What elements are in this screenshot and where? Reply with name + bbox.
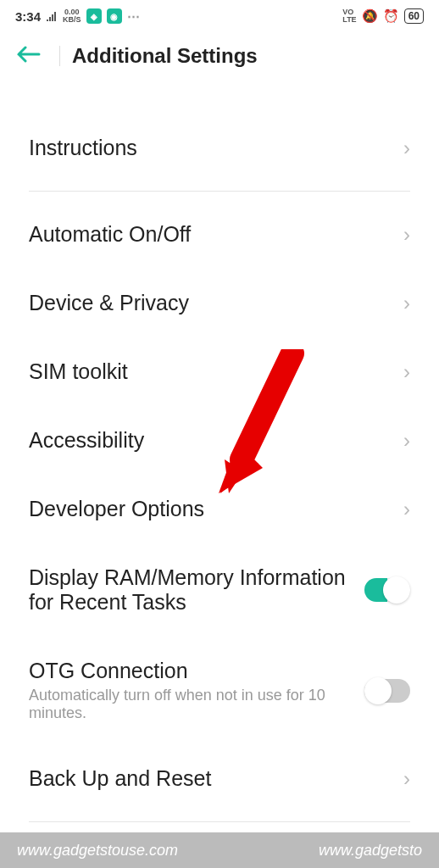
page-title: Additional Settings — [72, 44, 258, 68]
watermark-right: www.gadgetsto — [319, 842, 422, 860]
item-label: OTG Connection — [29, 659, 351, 683]
item-label: Back Up and Reset — [29, 766, 211, 791]
watermark-left: www.gadgetstouse.com — [17, 842, 319, 860]
network-speed: 0.00 KB/S — [63, 8, 81, 24]
item-label: Display RAM/Memory Information for Recen… — [29, 565, 351, 615]
status-left: 3:34 0.00 KB/S ◈ ◉ ⋯ — [15, 8, 140, 24]
volte-icon: VO LTE — [342, 8, 356, 24]
battery-icon: 60 — [404, 8, 424, 24]
item-device-privacy[interactable]: Device & Privacy › — [0, 269, 439, 337]
chevron-right-icon: › — [403, 84, 410, 85]
item-developer-options[interactable]: Developer Options › — [0, 475, 439, 543]
item-label: Accessibility — [29, 428, 144, 453]
item-label: Developer Options — [29, 497, 204, 521]
settings-list: Download Management › Instructions › Aut… — [0, 84, 439, 822]
back-arrow-icon — [17, 46, 41, 63]
chevron-right-icon: › — [403, 498, 410, 521]
section-divider — [29, 821, 410, 822]
section-divider — [29, 191, 410, 192]
chevron-right-icon: › — [403, 767, 410, 791]
item-text: OTG Connection Automatically turn off wh… — [29, 659, 364, 722]
chevron-right-icon: › — [403, 429, 410, 453]
toggle-display-ram[interactable] — [364, 578, 410, 602]
status-right: VO LTE 🔕 ⏰ 60 — [342, 8, 424, 24]
item-label: SIM toolkit — [29, 359, 128, 384]
status-time: 3:34 — [15, 9, 41, 24]
item-automatic-on-off[interactable]: Automatic On/Off › — [0, 200, 439, 269]
header-divider — [59, 46, 60, 66]
app-icon-2: ◉ — [107, 8, 122, 24]
signal-icon — [46, 11, 58, 21]
more-icon: ⋯ — [127, 8, 140, 24]
watermark: www.gadgetstouse.com www.gadgetsto — [0, 832, 439, 868]
header: Additional Settings — [0, 32, 439, 84]
item-text: Display RAM/Memory Information for Recen… — [29, 565, 364, 615]
chevron-right-icon: › — [403, 292, 410, 315]
chevron-right-icon: › — [403, 223, 410, 247]
item-accessibility[interactable]: Accessibility › — [0, 406, 439, 475]
status-bar: 3:34 0.00 KB/S ◈ ◉ ⋯ VO LTE 🔕 ⏰ 60 — [0, 0, 439, 32]
item-display-ram[interactable]: Display RAM/Memory Information for Recen… — [0, 543, 439, 637]
back-button[interactable] — [10, 39, 47, 72]
alarm-icon: ⏰ — [383, 8, 399, 24]
item-label: Automatic On/Off — [29, 222, 191, 247]
item-backup-reset[interactable]: Back Up and Reset › — [0, 744, 439, 813]
item-label: Download Management — [29, 84, 253, 85]
item-download-management[interactable]: Download Management › — [0, 84, 439, 114]
chevron-right-icon: › — [403, 360, 410, 384]
app-icon-1: ◈ — [86, 8, 102, 24]
toggle-otg[interactable] — [364, 679, 410, 703]
item-label: Device & Privacy — [29, 291, 189, 315]
item-instructions[interactable]: Instructions › — [0, 114, 439, 182]
item-subtitle: Automatically turn off when not in use f… — [29, 687, 351, 722]
item-label: Instructions — [29, 136, 137, 160]
item-otg-connection[interactable]: OTG Connection Automatically turn off wh… — [0, 637, 439, 744]
mute-icon: 🔕 — [362, 8, 378, 24]
chevron-right-icon: › — [403, 136, 410, 160]
item-sim-toolkit[interactable]: SIM toolkit › — [0, 337, 439, 406]
